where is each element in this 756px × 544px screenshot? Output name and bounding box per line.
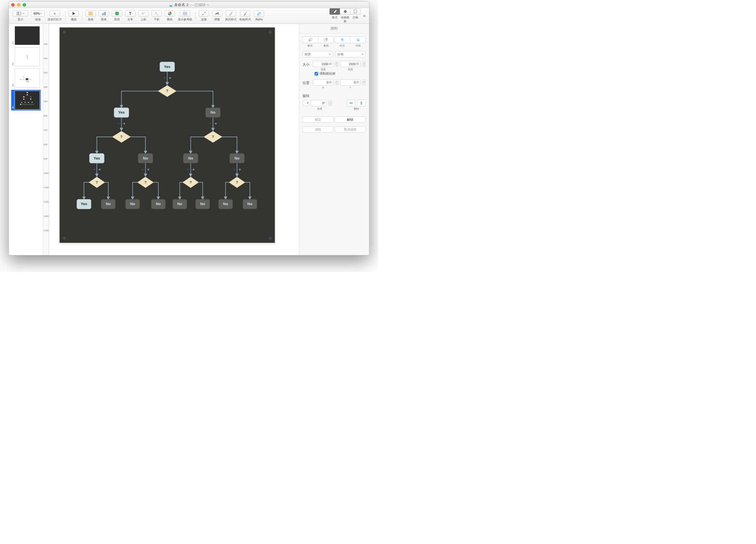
svg-rect-32 [31,104,32,105]
svg-rect-17 [20,79,22,80]
angle-stepper[interactable]: ▴▾ [328,100,332,106]
alpha-icon [257,11,261,16]
connect-button[interactable] [199,10,209,17]
copy-style-label: 拷贝样式 [225,17,237,22]
doc-icon [353,9,358,14]
height-stepper[interactable]: ▴▾ [362,61,366,67]
subscript-button[interactable]: A1 [151,10,162,17]
width-stepper[interactable]: ▴▾ [335,61,338,67]
svg-rect-100 [357,39,359,41]
stage[interactable]: Yes ? Yes No ? ? [49,24,299,255]
shape-icon [115,11,119,16]
doc-icon [169,3,173,7]
document-label: 文稿 [350,15,361,24]
slide-thumb-4[interactable] [15,91,40,110]
svg-text:No: No [156,202,161,206]
adjust-button[interactable] [212,10,222,17]
svg-text:No: No [143,156,148,160]
flip-v-button[interactable] [357,100,366,106]
x-field[interactable]: 0磅 [313,79,333,85]
zoom-field[interactable]: 50% [31,10,45,17]
superscript-button[interactable]: A1 [138,10,149,17]
height-field[interactable]: 1500磅 [340,61,361,67]
angle-field[interactable]: 0° [311,100,327,106]
guides-button[interactable] [180,10,190,17]
format-tab[interactable] [330,8,340,15]
svg-text:No: No [235,156,239,160]
zoom-window-button[interactable] [23,3,26,7]
format-label: 格式 [330,15,340,24]
bring-forward-button[interactable] [350,36,366,43]
distribute-dropdown[interactable]: 分布 [335,51,366,57]
svg-point-55 [93,169,95,170]
paste-style-button[interactable] [240,10,250,17]
svg-rect-30 [27,104,28,105]
shape-label: 形状 [114,17,120,22]
table-button[interactable] [85,10,96,17]
window-title[interactable]: 未命名 2 — 已编辑 [26,2,352,7]
diamond-icon [343,9,348,14]
constrain-checkbox[interactable] [315,72,318,75]
lock-button[interactable]: 锁定 [303,116,334,123]
chart-button[interactable] [99,10,109,17]
color-icon [167,11,172,16]
shape-button[interactable] [112,10,122,17]
brush-icon [333,9,337,14]
svg-rect-7 [105,12,106,15]
alpha-button[interactable] [254,11,264,17]
angle-dial[interactable] [303,100,309,106]
align-dropdown[interactable]: 对齐 [303,51,333,57]
copy-style-button[interactable] [226,10,236,17]
y-stepper[interactable]: ▴▾ [362,79,366,85]
group-button[interactable]: 成组 [303,126,334,132]
bring-to-front-button[interactable] [318,36,334,43]
close-window-button[interactable] [11,3,15,7]
svg-text:?: ? [120,134,122,139]
toolbar: 显示 50% 缩放 + 添加幻灯片 播放 表格 [9,8,369,24]
svg-point-72 [239,169,241,170]
svg-text:?: ? [190,180,192,184]
svg-text:?: ? [166,89,168,93]
alpha-label: Alpha [255,18,263,21]
width-field[interactable]: 1500磅 [313,61,333,67]
svg-text:No: No [223,202,228,206]
minimize-window-button[interactable] [17,3,20,7]
svg-point-62 [147,169,149,170]
flip-h-button[interactable] [347,100,355,106]
text-button[interactable]: T [125,10,135,17]
slide-thumb-1[interactable] [15,26,40,45]
svg-rect-21 [26,81,27,82]
svg-text:No: No [211,110,215,114]
svg-rect-8 [115,12,119,15]
send-backward-button[interactable] [335,36,350,43]
doc-status: 已编辑 [194,2,206,7]
send-to-back-button[interactable] [303,36,318,43]
color-button[interactable] [165,10,175,17]
flip-h-icon [349,101,353,105]
add-slide-button[interactable]: + [50,10,60,17]
svg-point-38 [166,77,168,79]
x-stepper[interactable]: ▴▾ [335,79,338,85]
view-button[interactable] [13,10,28,17]
superscript-label: 上标 [141,17,146,22]
animate-tab[interactable] [340,8,350,15]
y-field[interactable]: 0磅 [340,79,361,85]
play-label: 播放 [71,17,77,22]
svg-text:No: No [130,202,135,206]
slide-thumb-3[interactable] [15,69,40,87]
size-label: 大小 [303,62,311,67]
document-tab[interactable] [350,8,361,15]
slide-canvas[interactable]: Yes ? Yes No ? ? [59,27,275,243]
toolbar-overflow[interactable]: » [362,13,367,18]
view-icon [17,11,21,16]
flowchart[interactable]: Yes ? Yes No ? ? [60,28,275,243]
unlock-button[interactable]: 解锁 [335,116,366,123]
play-button[interactable] [69,10,79,17]
ungroup-button[interactable]: 取消成组 [335,126,366,132]
app-window: 未命名 2 — 已编辑 显示 50% 缩放 + 添加幻灯片 [9,1,369,255]
slide-thumb-2[interactable] [15,47,40,66]
table-label: 表格 [88,17,93,22]
svg-point-37 [163,77,165,79]
svg-point-61 [145,169,146,170]
svg-rect-2 [17,12,18,15]
